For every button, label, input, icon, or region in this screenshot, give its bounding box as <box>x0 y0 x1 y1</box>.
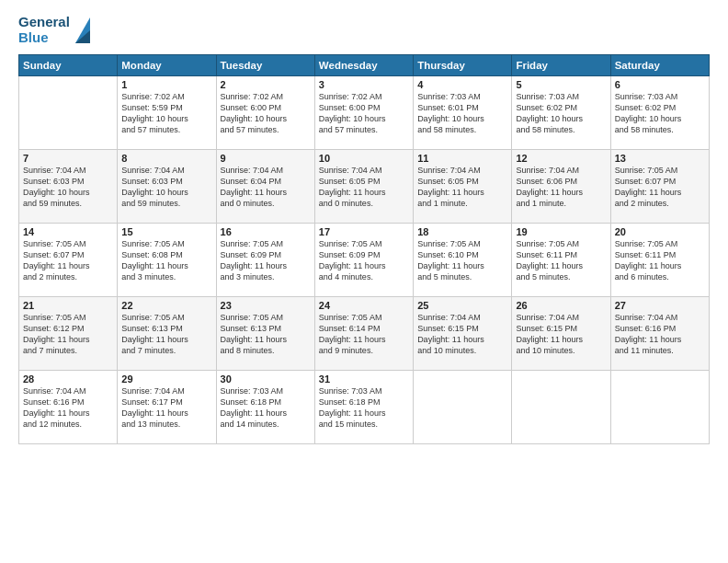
week-row-5: 28Sunrise: 7:04 AMSunset: 6:16 PMDayligh… <box>19 371 710 444</box>
day-number: 12 <box>516 153 606 164</box>
weekday-header-friday: Friday <box>512 55 610 76</box>
day-info: Sunrise: 7:05 AMSunset: 6:10 PMDaylight:… <box>417 238 507 283</box>
week-row-2: 7Sunrise: 7:04 AMSunset: 6:03 PMDaylight… <box>19 150 710 224</box>
weekday-header-thursday: Thursday <box>414 55 512 76</box>
calendar-cell: 20Sunrise: 7:05 AMSunset: 6:11 PMDayligh… <box>610 224 709 297</box>
day-number: 9 <box>221 153 311 164</box>
day-info: Sunrise: 7:04 AMSunset: 6:05 PMDaylight:… <box>417 165 507 210</box>
day-info: Sunrise: 7:05 AMSunset: 6:07 PMDaylight:… <box>615 165 705 210</box>
day-info: Sunrise: 7:04 AMSunset: 6:03 PMDaylight:… <box>121 165 211 210</box>
calendar-cell: 21Sunrise: 7:05 AMSunset: 6:12 PMDayligh… <box>19 297 118 371</box>
day-number: 8 <box>121 153 211 164</box>
calendar-cell: 8Sunrise: 7:04 AMSunset: 6:03 PMDaylight… <box>118 150 216 224</box>
weekday-header-sunday: Sunday <box>19 55 118 76</box>
day-info: Sunrise: 7:02 AMSunset: 6:00 PMDaylight:… <box>221 91 311 136</box>
day-number: 5 <box>516 79 606 90</box>
day-info: Sunrise: 7:05 AMSunset: 6:09 PMDaylight:… <box>319 238 409 283</box>
calendar-cell: 30Sunrise: 7:03 AMSunset: 6:18 PMDayligh… <box>216 371 314 444</box>
calendar-cell: 26Sunrise: 7:04 AMSunset: 6:15 PMDayligh… <box>512 297 610 371</box>
day-info: Sunrise: 7:05 AMSunset: 6:11 PMDaylight:… <box>516 238 606 283</box>
calendar-cell: 27Sunrise: 7:04 AMSunset: 6:16 PMDayligh… <box>610 297 709 371</box>
day-info: Sunrise: 7:03 AMSunset: 6:18 PMDaylight:… <box>221 385 311 431</box>
calendar-cell <box>19 76 118 150</box>
day-number: 6 <box>615 79 705 90</box>
calendar-cell: 6Sunrise: 7:03 AMSunset: 6:02 PMDaylight… <box>610 76 709 150</box>
day-number: 24 <box>319 300 409 311</box>
day-number: 7 <box>23 153 113 164</box>
day-info: Sunrise: 7:05 AMSunset: 6:08 PMDaylight:… <box>121 238 211 283</box>
day-info: Sunrise: 7:03 AMSunset: 6:02 PMDaylight:… <box>615 91 705 136</box>
calendar-cell: 15Sunrise: 7:05 AMSunset: 6:08 PMDayligh… <box>118 224 216 297</box>
day-number: 15 <box>121 226 211 237</box>
day-number: 16 <box>221 226 311 237</box>
calendar-cell: 10Sunrise: 7:04 AMSunset: 6:05 PMDayligh… <box>314 150 413 224</box>
weekday-header-saturday: Saturday <box>610 55 709 76</box>
day-number: 20 <box>615 226 705 237</box>
day-info: Sunrise: 7:04 AMSunset: 6:03 PMDaylight:… <box>23 165 113 210</box>
day-number: 22 <box>121 300 211 311</box>
day-number: 25 <box>417 300 507 311</box>
calendar-cell: 31Sunrise: 7:03 AMSunset: 6:18 PMDayligh… <box>314 371 413 444</box>
calendar-cell: 18Sunrise: 7:05 AMSunset: 6:10 PMDayligh… <box>414 224 512 297</box>
day-info: Sunrise: 7:04 AMSunset: 6:15 PMDaylight:… <box>417 312 507 357</box>
calendar-cell: 9Sunrise: 7:04 AMSunset: 6:04 PMDaylight… <box>216 150 314 224</box>
day-info: Sunrise: 7:04 AMSunset: 6:06 PMDaylight:… <box>516 165 606 210</box>
calendar-cell: 16Sunrise: 7:05 AMSunset: 6:09 PMDayligh… <box>216 224 314 297</box>
day-number: 19 <box>516 226 606 237</box>
calendar-cell: 12Sunrise: 7:04 AMSunset: 6:06 PMDayligh… <box>512 150 610 224</box>
day-info: Sunrise: 7:05 AMSunset: 6:07 PMDaylight:… <box>23 238 113 283</box>
day-number: 21 <box>23 300 113 311</box>
calendar-cell: 29Sunrise: 7:04 AMSunset: 6:17 PMDayligh… <box>118 371 216 444</box>
day-number: 4 <box>417 79 507 90</box>
day-info: Sunrise: 7:03 AMSunset: 6:01 PMDaylight:… <box>417 91 507 136</box>
day-number: 23 <box>221 300 311 311</box>
day-number: 31 <box>319 373 409 385</box>
weekday-header-wednesday: Wednesday <box>314 55 413 76</box>
calendar-cell: 4Sunrise: 7:03 AMSunset: 6:01 PMDaylight… <box>414 76 512 150</box>
day-info: Sunrise: 7:05 AMSunset: 6:12 PMDaylight:… <box>23 312 113 357</box>
calendar-cell: 1Sunrise: 7:02 AMSunset: 5:59 PMDaylight… <box>118 76 216 150</box>
calendar-cell: 25Sunrise: 7:04 AMSunset: 6:15 PMDayligh… <box>414 297 512 371</box>
page: General Blue SundayMondayTuesdayWednesda… <box>0 0 728 563</box>
header-row: SundayMondayTuesdayWednesdayThursdayFrid… <box>19 55 710 76</box>
day-number: 17 <box>319 226 409 237</box>
day-number: 13 <box>615 153 705 164</box>
day-number: 27 <box>615 300 705 311</box>
logo-text: General Blue <box>18 15 90 45</box>
day-info: Sunrise: 7:04 AMSunset: 6:05 PMDaylight:… <box>319 165 409 210</box>
calendar-cell <box>610 371 709 444</box>
day-info: Sunrise: 7:02 AMSunset: 5:59 PMDaylight:… <box>121 91 211 136</box>
calendar-cell: 7Sunrise: 7:04 AMSunset: 6:03 PMDaylight… <box>19 150 118 224</box>
day-info: Sunrise: 7:05 AMSunset: 6:14 PMDaylight:… <box>319 312 409 357</box>
calendar-cell: 5Sunrise: 7:03 AMSunset: 6:02 PMDaylight… <box>512 76 610 150</box>
header: General Blue <box>18 15 710 45</box>
day-info: Sunrise: 7:04 AMSunset: 6:17 PMDaylight:… <box>121 385 211 431</box>
day-info: Sunrise: 7:03 AMSunset: 6:02 PMDaylight:… <box>516 91 606 136</box>
day-info: Sunrise: 7:05 AMSunset: 6:13 PMDaylight:… <box>121 312 211 357</box>
day-info: Sunrise: 7:04 AMSunset: 6:16 PMDaylight:… <box>615 312 705 357</box>
calendar-cell: 13Sunrise: 7:05 AMSunset: 6:07 PMDayligh… <box>610 150 709 224</box>
day-number: 3 <box>319 79 409 90</box>
day-number: 14 <box>23 226 113 237</box>
day-info: Sunrise: 7:05 AMSunset: 6:11 PMDaylight:… <box>615 238 705 283</box>
calendar-cell: 14Sunrise: 7:05 AMSunset: 6:07 PMDayligh… <box>19 224 118 297</box>
day-info: Sunrise: 7:04 AMSunset: 6:16 PMDaylight:… <box>23 385 113 431</box>
day-info: Sunrise: 7:04 AMSunset: 6:04 PMDaylight:… <box>221 165 311 210</box>
day-number: 10 <box>319 153 409 164</box>
day-info: Sunrise: 7:04 AMSunset: 6:15 PMDaylight:… <box>516 312 606 357</box>
day-info: Sunrise: 7:03 AMSunset: 6:18 PMDaylight:… <box>319 385 409 431</box>
week-row-4: 21Sunrise: 7:05 AMSunset: 6:12 PMDayligh… <box>19 297 710 371</box>
day-number: 2 <box>221 79 311 90</box>
calendar-cell: 19Sunrise: 7:05 AMSunset: 6:11 PMDayligh… <box>512 224 610 297</box>
calendar-cell: 17Sunrise: 7:05 AMSunset: 6:09 PMDayligh… <box>314 224 413 297</box>
calendar-cell: 11Sunrise: 7:04 AMSunset: 6:05 PMDayligh… <box>414 150 512 224</box>
calendar-cell <box>414 371 512 444</box>
day-number: 26 <box>516 300 606 311</box>
calendar-cell: 28Sunrise: 7:04 AMSunset: 6:16 PMDayligh… <box>19 371 118 444</box>
day-number: 11 <box>417 153 507 164</box>
calendar-cell: 3Sunrise: 7:02 AMSunset: 6:00 PMDaylight… <box>314 76 413 150</box>
day-info: Sunrise: 7:05 AMSunset: 6:13 PMDaylight:… <box>221 312 311 357</box>
day-number: 18 <box>417 226 507 237</box>
calendar-cell: 24Sunrise: 7:05 AMSunset: 6:14 PMDayligh… <box>314 297 413 371</box>
calendar-cell <box>512 371 610 444</box>
